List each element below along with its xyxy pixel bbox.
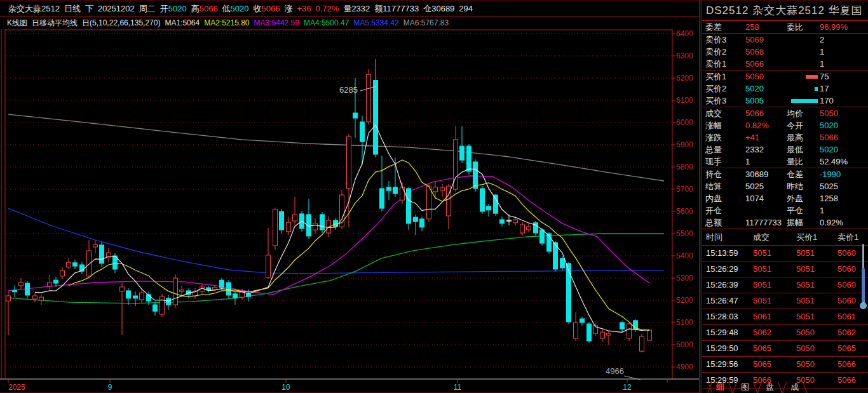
summary-seg-11: 收	[254, 1, 262, 17]
summary-seg-0: 杂交大蒜2512	[8, 1, 60, 17]
candle-55	[387, 187, 391, 190]
candle-84	[580, 319, 585, 323]
y-tick-15: 4900	[676, 363, 693, 371]
candle-3	[25, 283, 30, 295]
candle-62	[433, 187, 438, 192]
candle-56	[393, 187, 398, 194]
candle-87	[600, 332, 605, 338]
y-tick-10: 5400	[676, 251, 693, 260]
candle-38	[273, 210, 278, 246]
candle-19	[133, 296, 138, 298]
trade-row-2[interactable]: 15:26:39505150515060	[702, 277, 868, 293]
scrollbar-thumb[interactable]	[862, 268, 865, 305]
x-tick-10: 10	[281, 383, 290, 392]
candle-78	[540, 230, 545, 243]
tab-细[interactable]: 细	[708, 382, 733, 393]
stat-row-0: 成交5066均价5050	[702, 107, 868, 119]
candle-51	[360, 122, 365, 142]
candle-32	[220, 280, 224, 288]
y-tick-12: 5200	[676, 296, 693, 305]
trade-header: 时间成交买价1卖价1	[702, 229, 868, 246]
candlestick-chart[interactable]: 6400630062006100600059005800570056005500…	[0, 29, 699, 393]
candle-20	[140, 293, 144, 300]
summary-seg-4: 周二	[139, 1, 156, 17]
trade-row-3[interactable]: 15:26:47505150515060	[702, 293, 868, 309]
stat-row-6: 结算5025昨结5025	[702, 180, 868, 192]
candle-44	[313, 223, 318, 230]
ladder-row-买价2: 买价2502017	[702, 83, 868, 95]
candle-37	[266, 255, 271, 277]
ma-line-MA5	[8, 208, 664, 274]
tab-盘[interactable]: 盘	[757, 382, 782, 393]
summary-seg-12: 5066	[262, 1, 280, 17]
candle-33	[227, 283, 231, 295]
candle-61	[427, 186, 431, 219]
candle-13	[93, 244, 98, 247]
candle-59	[414, 217, 418, 222]
trade-row-0[interactable]: 15:13:59505150515060	[702, 246, 868, 262]
y-tick-5: 5900	[676, 140, 693, 149]
ma-seg-8: MA6:5767.83	[403, 18, 449, 29]
stat-row-7: 内盘1074外盘1258	[702, 192, 868, 204]
x-tick-9: 9	[108, 383, 112, 392]
candle-4	[33, 296, 37, 299]
chart-svg[interactable]: 6400630062006100600059005800570056005500…	[0, 29, 699, 393]
trade-row-6[interactable]: 15:29:50506550505065	[702, 341, 868, 357]
tab-图[interactable]: 图	[733, 382, 757, 393]
trade-row-4[interactable]: 15:28:03506150515061	[702, 309, 868, 325]
y-tick-3: 6100	[676, 96, 693, 105]
y-tick-14: 5000	[676, 340, 693, 349]
candle-82	[567, 263, 571, 322]
candle-50	[353, 113, 358, 118]
candle-83	[574, 323, 578, 338]
candle-22	[153, 305, 158, 311]
ladder-row-卖价2: 卖价250681	[702, 46, 868, 58]
candle-90	[627, 324, 632, 338]
trade-row-1[interactable]: 15:26:29505150515060	[702, 262, 868, 277]
stat-row-4: 现手1量比52.49%	[702, 156, 868, 168]
candle-39	[280, 211, 284, 230]
tab-成[interactable]: 成	[782, 382, 807, 393]
stat-row-2: 涨跌+41最高5066	[702, 131, 868, 143]
ma-seg-2: 日(5,10,22,66,135,270)	[82, 18, 160, 29]
candle-70	[487, 206, 491, 210]
candle-18	[126, 291, 131, 298]
candle-89	[620, 323, 625, 329]
summary-seg-7: 高	[191, 1, 200, 17]
candle-81	[560, 258, 565, 268]
candle-10	[73, 263, 78, 266]
trade-list-scrollbar[interactable]	[860, 244, 866, 315]
summary-seg-10: 5020	[231, 1, 249, 17]
stat-row-5: 持仓30689仓差-1990	[702, 168, 868, 180]
summary-seg-8: 5066	[200, 1, 218, 17]
summary-seg-9: 低	[222, 1, 231, 17]
candle-45	[320, 215, 325, 230]
summary-seg-2: 下	[85, 1, 93, 17]
y-tick-11: 5300	[676, 274, 693, 283]
ladder-row-买价1: 买价1505075	[702, 70, 868, 83]
ma-seg-3: MA1:5064	[165, 18, 200, 29]
candle-0	[6, 296, 11, 301]
candle-25	[173, 278, 178, 305]
y-tick-9: 5500	[676, 229, 693, 238]
x-tick-12: 12	[623, 383, 632, 392]
y-tick-2: 6200	[676, 74, 693, 83]
candle-58	[407, 189, 411, 223]
candle-31	[213, 288, 217, 290]
stat-row-8: 开仓平仓1	[702, 204, 868, 216]
trade-row-7[interactable]: 15:29:56506550505066	[702, 357, 868, 373]
summary-seg-16: 量	[343, 1, 351, 17]
candle-88	[607, 333, 611, 335]
ma-line-MA4	[8, 234, 664, 303]
summary-seg-20: 仓	[423, 1, 431, 17]
candle-1	[13, 290, 17, 291]
candle-14	[100, 245, 104, 263]
candle-68	[473, 162, 478, 189]
ladder-row-买价3: 买价35005170	[702, 95, 868, 107]
candle-75	[520, 225, 525, 233]
trade-row-5[interactable]: 15:29:48506250505062	[702, 325, 868, 341]
candle-60	[420, 219, 424, 227]
scrollbar-thumb-bulb[interactable]	[860, 302, 867, 309]
trade-list: 时间成交买价1卖价115:13:5950515051506015:26:2950…	[702, 229, 868, 389]
candle-57	[400, 187, 405, 200]
